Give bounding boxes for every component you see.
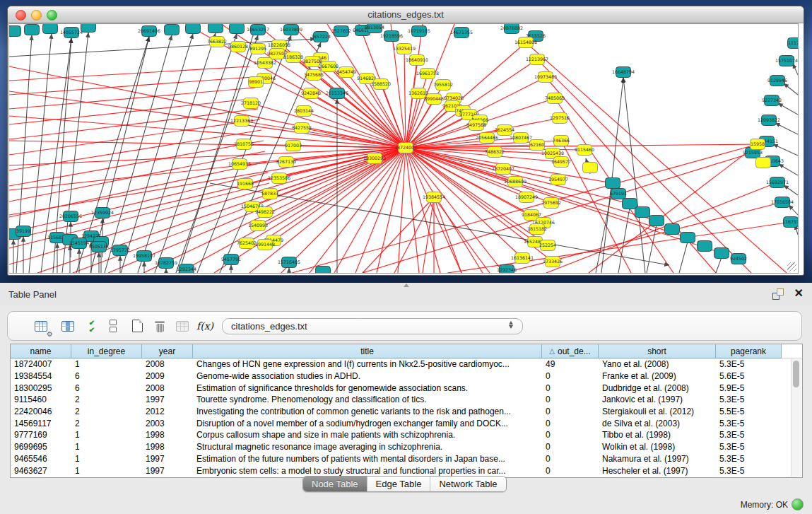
network-node[interactable]: 587833 [261, 189, 278, 199]
network-node[interactable]: 18720407 [492, 164, 514, 175]
deselect-all-icon[interactable] [104, 317, 122, 335]
network-node[interactable] [208, 24, 223, 33]
network-node[interactable]: 1527602 [331, 26, 351, 37]
network-node[interactable]: 15716485 [278, 257, 300, 268]
network-node[interactable]: 679191 [610, 189, 627, 199]
table-select-dropdown[interactable]: citations_edges.txt [222, 318, 523, 334]
network-node[interactable]: 8267130 [276, 157, 296, 168]
network-node[interactable]: 3624554 [495, 125, 514, 136]
network-node[interactable] [714, 248, 729, 259]
network-node[interactable]: 1292346 [497, 265, 517, 274]
network-node[interactable]: 1297516 [550, 113, 570, 124]
network-node[interactable]: 15751074 [775, 56, 798, 66]
network-node[interactable]: 16961758 [416, 69, 439, 79]
network-node[interactable]: 18640910 [406, 55, 428, 66]
network-node[interactable]: 9498222 [255, 207, 275, 218]
network-node[interactable]: 10653257 [247, 25, 269, 35]
network-node[interactable]: 98901 [249, 77, 264, 88]
network-node[interactable]: 917003 [285, 141, 302, 151]
table-row[interactable]: 977716911998Corpus callosum shape and si… [11, 429, 802, 441]
network-node[interactable] [316, 267, 331, 274]
network-node[interactable]: 891295 [249, 44, 266, 54]
network-node[interactable]: 19218596 [380, 31, 403, 42]
table-row[interactable]: 1456911722003Disruption of a novel membe… [11, 417, 802, 429]
column-header-name[interactable]: name [11, 344, 71, 358]
network-node[interactable] [43, 24, 58, 34]
network-node[interactable]: 16648794 [612, 67, 635, 78]
network-node[interactable]: 11172 [788, 38, 799, 49]
network-node[interactable] [681, 233, 695, 243]
network-node[interactable]: 1545194 [69, 238, 89, 249]
network-node[interactable]: 10719185 [408, 26, 430, 37]
network-node[interactable]: 1954977 [548, 175, 568, 185]
network-node[interactable]: 1292344 [177, 264, 196, 274]
network-node[interactable]: 1540993 [248, 221, 268, 231]
network-node[interactable] [606, 178, 620, 189]
network-node[interactable] [649, 216, 664, 226]
table-row[interactable]: 946554611997Estimation of the future num… [11, 453, 802, 465]
network-node[interactable] [698, 241, 712, 252]
network-node[interactable]: 62160 [530, 140, 545, 151]
network-node[interactable]: 9115460 [575, 145, 594, 156]
network-node[interactable]: 1815182 [527, 224, 547, 235]
network-node[interactable]: 7486322 [485, 147, 505, 158]
network-node[interactable]: 1810755 [234, 139, 254, 150]
network-node[interactable] [165, 25, 180, 35]
vertical-scrollbar[interactable] [791, 359, 801, 477]
network-node[interactable]: 13325419 [393, 44, 416, 54]
network-node[interactable]: 7975692 [541, 198, 561, 209]
network-node[interactable]: 9860128 [228, 42, 248, 52]
network-node[interactable]: 19958107 [133, 251, 155, 262]
network-node[interactable]: 7663822 [207, 37, 227, 47]
window-resize-grip[interactable] [787, 262, 796, 271]
new-column-icon[interactable] [128, 317, 146, 335]
network-node[interactable] [186, 24, 201, 34]
network-node[interactable]: 12213363 [230, 116, 253, 127]
network-node[interactable] [623, 199, 637, 209]
network-node[interactable]: 10654935 [228, 159, 251, 170]
network-node[interactable]: 2667608 [319, 62, 339, 72]
network-node[interactable] [81, 24, 96, 33]
network-node[interactable] [635, 207, 650, 218]
network-node[interactable]: 8427552 [292, 123, 312, 134]
network-node[interactable]: 9242848 [301, 88, 321, 99]
network-node[interactable]: 7955812 [433, 80, 453, 90]
network-node[interactable]: 924502 [730, 254, 747, 264]
network-node[interactable]: 8813054 [365, 24, 384, 33]
network-node[interactable]: 16136141 [511, 253, 534, 264]
delete-column-icon[interactable] [151, 317, 169, 335]
network-node[interactable]: 9227343 [762, 95, 782, 106]
network-node[interactable]: 7485063 [545, 93, 565, 104]
tab-network-table[interactable]: Network Table [430, 477, 505, 491]
network-node[interactable]: 3475685 [304, 70, 324, 81]
tab-edge-table[interactable]: Edge Table [367, 477, 431, 491]
network-canvas[interactable]: 1405572420691406106532571603380978572241… [8, 23, 799, 274]
column-header-out_de[interactable]: △out_de... [542, 344, 599, 358]
column-header-title[interactable]: title [193, 344, 542, 358]
window-titlebar[interactable]: citations_edges.txt [8, 6, 804, 23]
select-all-icon[interactable]: ✔✔ [83, 317, 101, 335]
float-panel-icon[interactable] [772, 288, 784, 300]
column-header-short[interactable]: short [599, 344, 716, 358]
network-node[interactable]: 7625402 [237, 238, 257, 249]
network-node[interactable] [25, 25, 40, 35]
network-node[interactable]: 2505135 [89, 242, 109, 252]
splitter-handle[interactable] [404, 284, 409, 287]
network-node[interactable]: 14055724 [60, 28, 83, 38]
table-row[interactable]: 969969511998Structural magnetic resonanc… [11, 441, 802, 453]
network-node[interactable]: 1991448 [255, 240, 275, 250]
network-node[interactable]: 12213967 [526, 54, 548, 65]
network-node[interactable]: 1733426 [543, 257, 563, 267]
table-row[interactable]: 1872400712008Changes of HCN gene express… [11, 358, 802, 370]
network-node[interactable]: 6497568 [466, 120, 486, 131]
scrollbar-thumb[interactable] [793, 361, 799, 387]
close-panel-icon[interactable]: ✕ [794, 286, 804, 300]
network-node[interactable]: 39199 [16, 226, 31, 237]
network-nodes[interactable]: 1405572420691406106532571603380978572241… [9, 24, 798, 273]
network-node[interactable] [230, 24, 245, 34]
network-node[interactable]: 14671355 [450, 28, 473, 38]
network-node[interactable]: 1649577 [551, 157, 571, 168]
function-builder-icon[interactable]: f(x) [196, 317, 214, 335]
network-node[interactable]: 1795722 [110, 245, 130, 256]
tab-node-table[interactable]: Node Table [303, 477, 367, 491]
